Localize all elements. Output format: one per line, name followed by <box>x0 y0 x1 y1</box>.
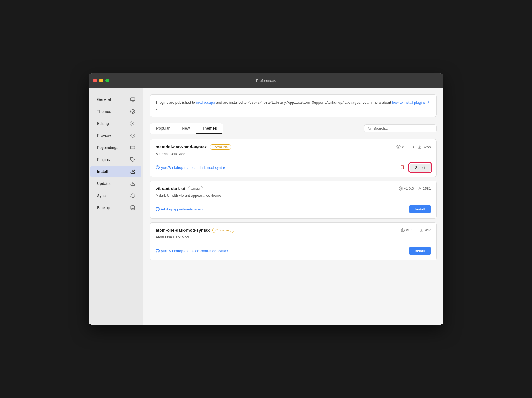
sidebar-item-themes[interactable]: Themes <box>90 106 141 117</box>
plugin-header-vibrant-dark: vibrant-dark-ui Official v1.0.0 2581 <box>156 186 431 191</box>
github-link-3[interactable]: yuru7/inkdrop-atom-one-dark-mod-syntax <box>156 249 228 253</box>
plugin-header-atom-dark: atom-one-dark-mod-syntax Community v1.1.… <box>156 228 431 233</box>
install-path: /Users/nora/Library/Application Support/… <box>248 101 360 105</box>
sidebar-item-general[interactable]: General <box>90 94 141 105</box>
trash-icon <box>400 165 405 169</box>
close-button[interactable] <box>93 79 97 82</box>
svg-rect-0 <box>131 98 135 101</box>
sidebar-item-preview[interactable]: Preview <box>90 130 141 141</box>
plugin-name-2: vibrant-dark-ui <box>156 186 185 191</box>
delete-button[interactable] <box>398 164 407 171</box>
svg-rect-13 <box>131 146 135 149</box>
plugin-card-vibrant-dark: vibrant-dark-ui Official v1.0.0 2581 <box>150 181 437 219</box>
sidebar-item-backup[interactable]: Backup <box>90 202 141 214</box>
official-badge: Official <box>188 186 203 191</box>
database-icon <box>130 205 136 211</box>
download-count-icon <box>418 145 422 149</box>
tabs-search-row: Popular New Themes <box>150 123 437 134</box>
tabs-container: Popular New Themes <box>150 123 223 134</box>
svg-point-7 <box>131 122 132 123</box>
plugin-version-3: v1.1.1 <box>401 228 416 232</box>
svg-point-8 <box>131 124 132 125</box>
svg-line-26 <box>370 129 371 130</box>
eye-icon <box>130 132 136 139</box>
github-link[interactable]: yuru7/inkdrop-material-dark-mod-syntax <box>156 165 225 170</box>
scissors-icon <box>130 120 136 127</box>
download-count-icon-3 <box>420 228 424 232</box>
how-to-install-link[interactable]: how to install plugins ↗ <box>392 100 430 105</box>
info-text-2: and are installed to /Users/nora/Library… <box>215 100 392 105</box>
sync-icon <box>130 193 136 199</box>
plugin-name-row: material-dark-mod-syntax Community <box>156 144 231 150</box>
window-title: Preferences <box>256 79 276 83</box>
github-icon-2 <box>156 207 160 211</box>
traffic-lights <box>93 79 109 82</box>
sidebar-item-plugins[interactable]: Plugins <box>90 154 141 165</box>
search-box <box>364 124 437 132</box>
gear-icon <box>396 145 401 149</box>
info-box: Plugins are published to inkdrop.app and… <box>150 94 437 117</box>
sidebar: General Themes Editing Preview <box>89 88 143 325</box>
gear-icon-2 <box>399 186 403 191</box>
plugin-card-atom-dark: atom-one-dark-mod-syntax Community v1.1.… <box>150 222 437 260</box>
maximize-button[interactable] <box>105 79 109 82</box>
svg-line-10 <box>133 124 134 125</box>
svg-point-27 <box>398 146 399 148</box>
plugin-meta: v1.11.0 3256 <box>396 145 431 149</box>
sidebar-item-install[interactable]: Install + <box>90 166 141 177</box>
main-content: General Themes Editing Preview <box>89 88 443 325</box>
svg-point-29 <box>400 188 401 189</box>
plugin-downloads: 3256 <box>418 145 431 149</box>
svg-point-4 <box>132 111 132 111</box>
search-icon <box>368 127 371 131</box>
community-badge-3: Community <box>212 228 234 233</box>
puzzle-icon <box>130 157 136 163</box>
svg-point-12 <box>132 135 134 136</box>
sidebar-item-updates[interactable]: Updates <box>90 178 141 189</box>
plugin-description: Material Dark Mod <box>156 152 431 156</box>
plugin-downloads-3: 947 <box>420 228 431 232</box>
palette-icon <box>130 108 136 115</box>
plugin-meta-3: v1.1.1 947 <box>401 228 431 232</box>
download-count-icon-2 <box>418 187 422 191</box>
plugin-footer-2: inkdropapp/vibrant-dark-ui Install <box>156 202 431 213</box>
plugin-description-2: A dark UI with vibrant appearance theme <box>156 193 431 198</box>
plugin-name-3: atom-one-dark-mod-syntax <box>156 228 210 233</box>
github-icon <box>156 165 160 169</box>
plugin-downloads-2: 2581 <box>418 186 431 191</box>
install-button-2[interactable]: Install <box>409 247 431 255</box>
content-area: Plugins are published to inkdrop.app and… <box>143 88 443 325</box>
install-button-1[interactable]: Install <box>409 205 431 213</box>
monitor-icon <box>130 96 136 103</box>
github-link-2[interactable]: inkdropapp/vibrant-dark-ui <box>156 207 203 211</box>
svg-point-24 <box>131 206 135 207</box>
plugin-version-2: v1.0.0 <box>399 186 414 191</box>
tab-themes[interactable]: Themes <box>196 123 223 134</box>
plugin-name-row-2: vibrant-dark-ui Official <box>156 186 203 191</box>
install-icon: + <box>130 169 136 175</box>
search-input[interactable] <box>374 126 433 131</box>
svg-point-6 <box>132 112 133 113</box>
minimize-button[interactable] <box>99 79 103 82</box>
sidebar-item-keybindings[interactable]: Keybindings <box>90 142 141 153</box>
svg-line-11 <box>132 123 133 124</box>
info-period: . <box>156 106 157 110</box>
plugin-meta-2: v1.0.0 2581 <box>399 186 431 191</box>
keyboard-icon <box>130 144 136 151</box>
sidebar-item-editing[interactable]: Editing <box>90 118 141 129</box>
sidebar-item-sync[interactable]: Sync <box>90 190 141 202</box>
inkdrop-link[interactable]: inkdrop.app <box>196 100 215 105</box>
github-icon-3 <box>156 249 160 253</box>
tab-new[interactable]: New <box>176 123 196 134</box>
plugin-header-material-dark: material-dark-mod-syntax Community v1.11… <box>156 144 431 150</box>
svg-point-3 <box>131 110 135 114</box>
info-text-1: Plugins are published to <box>156 100 196 105</box>
svg-text:+: + <box>134 170 135 171</box>
community-badge: Community <box>210 144 231 150</box>
plugin-card-material-dark: material-dark-mod-syntax Community v1.11… <box>150 139 437 177</box>
plugin-actions: Select <box>398 164 431 172</box>
select-button[interactable]: Select <box>410 164 431 172</box>
tab-popular[interactable]: Popular <box>150 123 176 134</box>
svg-point-31 <box>402 230 403 231</box>
titlebar: Preferences <box>89 73 443 88</box>
